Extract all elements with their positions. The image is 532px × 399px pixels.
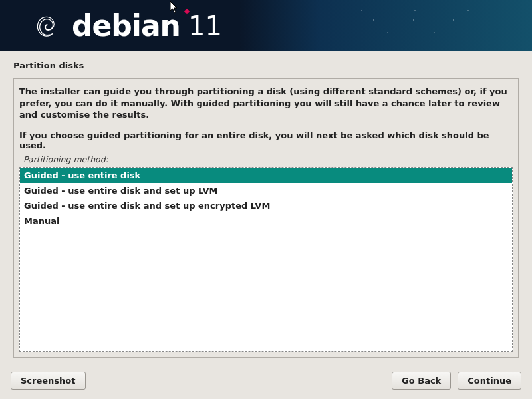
intro-text: The installer can guide you through part… bbox=[19, 86, 513, 121]
installer-header: debian 11 bbox=[0, 0, 532, 51]
footer-bar: Screenshot Go Back Continue bbox=[0, 368, 532, 399]
note-text: If you choose guided partitioning for an… bbox=[19, 130, 513, 150]
screenshot-button[interactable]: Screenshot bbox=[11, 372, 86, 390]
debian-swirl-icon bbox=[33, 13, 60, 39]
partition-option[interactable]: Guided - use entire disk bbox=[20, 168, 512, 183]
page-title: Partition disks bbox=[13, 61, 519, 70]
go-back-button[interactable]: Go Back bbox=[392, 372, 451, 390]
brand-version: 11 bbox=[188, 11, 222, 41]
partition-panel: The installer can guide you through part… bbox=[13, 78, 519, 358]
partitioning-method-list[interactable]: Guided - use entire diskGuided - use ent… bbox=[19, 167, 513, 352]
brand-name: debian bbox=[72, 9, 180, 43]
content-area: Partition disks The installer can guide … bbox=[0, 51, 532, 358]
partition-option[interactable]: Guided - use entire disk and set up encr… bbox=[20, 198, 512, 213]
partition-option[interactable]: Manual bbox=[20, 213, 512, 229]
partition-option[interactable]: Guided - use entire disk and set up LVM bbox=[20, 183, 512, 198]
continue-button[interactable]: Continue bbox=[458, 372, 521, 390]
method-label: Partitioning method: bbox=[23, 154, 513, 164]
